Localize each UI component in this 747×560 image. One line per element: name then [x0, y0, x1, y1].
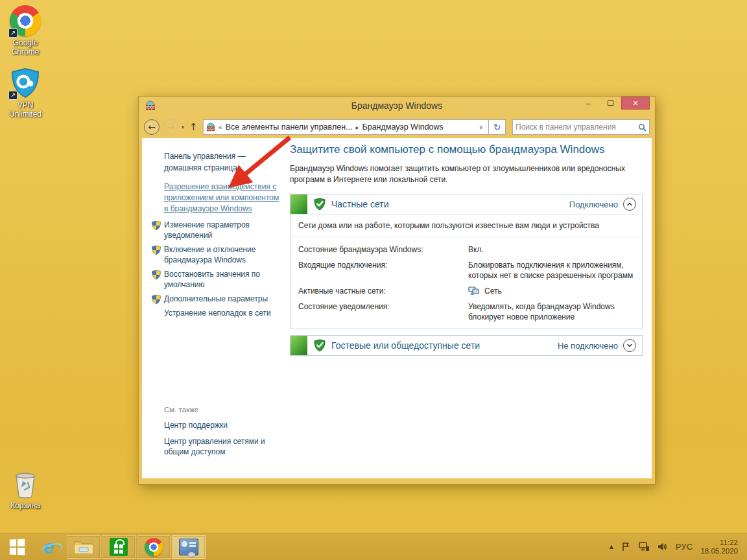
sidebar-item-turn-on-off: Включение и отключение брандмауэра Windo… — [164, 244, 279, 265]
sidebar-item-advanced-settings: Дополнительные параметры — [164, 294, 279, 304]
desktop-icon-label: Google Chrome — [0, 38, 51, 56]
sidebar-item-label[interactable]: Устранение неполадок в сети — [164, 309, 271, 318]
page-title: Защитите свой компьютер с помощью брандм… — [290, 143, 643, 156]
see-also-section: См. также Центр поддержки Центр управлен… — [164, 406, 277, 463]
collapse-button[interactable] — [623, 198, 636, 211]
detail-value: Сеть — [484, 286, 502, 296]
breadcrumb-all-items[interactable]: Все элементы панели управлен... — [226, 122, 353, 132]
sidebar-home-link[interactable]: Панель управления — домашняя страница — [164, 150, 279, 174]
desktop-icon-recycle-bin[interactable]: Корзина — [0, 471, 51, 510]
network-tray-icon[interactable] — [639, 542, 650, 552]
guest-networks-header[interactable]: Гостевые или общедоступные сети Не подкл… — [290, 336, 642, 355]
taskbar: e ▲ — [0, 533, 747, 560]
private-networks-status: Подключено — [569, 200, 618, 209]
detail-row-active-networks: Активные частные сети: Сеть — [290, 282, 642, 298]
start-button[interactable] — [3, 533, 31, 560]
action-center-flag-icon[interactable] — [621, 542, 631, 552]
detail-row-notification-state: Состояние уведомления: Уведомлять, когда… — [290, 298, 642, 323]
navigation-bar: ← → ▾ ↑ « Все элементы панели управлен..… — [139, 116, 655, 138]
private-networks-details: Состояние брандмауэра Windows: Вкл. Вход… — [290, 237, 642, 329]
address-dropdown-icon[interactable]: ∨ — [476, 124, 486, 130]
close-button[interactable]: × — [621, 97, 650, 110]
desktop-icon-vpn-unlimited[interactable]: ↗ VPN Unlimited — [0, 67, 51, 119]
back-button[interactable]: ← — [144, 119, 160, 135]
recent-pages-dropdown-icon[interactable]: ▾ — [182, 124, 184, 130]
green-shield-check-icon — [313, 339, 326, 352]
taskbar-control-panel-button[interactable] — [172, 535, 206, 559]
up-button[interactable]: ↑ — [187, 121, 200, 133]
desktop-icon-google-chrome[interactable]: ↗ Google Chrome — [0, 5, 51, 56]
sidebar-item-change-notifications: Изменение параметров уведомлений — [164, 220, 279, 240]
detail-label: Входящие подключения: — [298, 260, 468, 281]
uac-shield-icon — [151, 220, 161, 233]
sidebar-item-label[interactable]: Изменение параметров уведомлений — [164, 220, 250, 240]
windows-store-icon — [110, 538, 128, 556]
status-green-bar — [290, 194, 307, 214]
detail-value: Вкл. — [468, 244, 634, 255]
private-networks-panel: Частные сети Подключено Сети дома или на… — [290, 194, 643, 329]
firewall-address-icon — [206, 122, 215, 132]
detail-label: Активные частные сети: — [298, 286, 468, 296]
breadcrumb-prefix-icon: « — [219, 124, 222, 131]
network-icon — [468, 286, 479, 296]
status-green-bar — [290, 336, 307, 355]
detail-row-firewall-state: Состояние брандмауэра Windows: Вкл. — [290, 240, 642, 256]
sidebar-item-restore-defaults: Восстановить значения по умолчанию — [164, 269, 279, 290]
main-pane: Защитите свой компьютер с помощью брандм… — [282, 138, 652, 478]
taskbar-file-explorer-button[interactable] — [67, 535, 101, 559]
title-bar: Брандмауэр Windows – × — [139, 97, 655, 116]
private-networks-header[interactable]: Частные сети Подключено — [290, 194, 642, 214]
uac-shield-icon — [151, 270, 161, 283]
sidebar-item-label[interactable]: Дополнительные параметры — [164, 294, 268, 303]
search-icon — [638, 123, 646, 132]
desktop-icon-label: VPN Unlimited — [0, 100, 51, 119]
green-shield-check-icon — [313, 198, 326, 211]
detail-value: Блокировать подключения к приложениям, к… — [468, 260, 634, 281]
detail-label: Состояние уведомления: — [298, 301, 468, 322]
sidebar-item-label[interactable]: Восстановить значения по умолчанию — [164, 270, 260, 289]
private-networks-subtitle: Сети дома или на работе, которыми пользу… — [290, 214, 642, 237]
desktop-icon-label: Корзина — [0, 501, 51, 510]
breadcrumb-current[interactable]: Брандмауэр Windows — [362, 122, 444, 132]
sidebar: Панель управления — домашняя страница Ра… — [142, 138, 282, 478]
see-also-network-center-link[interactable]: Центр управления сетями и общим доступом — [164, 436, 277, 457]
private-networks-title[interactable]: Частные сети — [331, 199, 389, 209]
taskbar-store-button[interactable] — [102, 535, 136, 559]
guest-networks-status: Не подключено — [558, 341, 618, 351]
taskbar-internet-explorer-button[interactable]: e — [32, 535, 65, 559]
forward-button[interactable]: → — [163, 119, 178, 135]
tray-expand-icon[interactable]: ▲ — [610, 544, 613, 550]
minimize-button[interactable]: – — [577, 97, 599, 110]
windows-logo-icon — [10, 539, 25, 555]
search-box[interactable] — [512, 119, 650, 135]
page-description: Брандмауэр Windows помогает защитить ком… — [290, 163, 643, 185]
taskbar-chrome-button[interactable] — [137, 535, 171, 559]
sidebar-item-label[interactable]: Включение и отключение брандмауэра Windo… — [164, 245, 255, 264]
guest-networks-panel: Гостевые или общедоступные сети Не подкл… — [290, 335, 643, 356]
see-also-action-center-link[interactable]: Центр поддержки — [164, 420, 277, 430]
maximize-button[interactable] — [599, 97, 621, 110]
detail-label: Состояние брандмауэра Windows: — [298, 244, 468, 255]
language-indicator[interactable]: РУС — [676, 542, 693, 552]
clock-time: 11:22 — [700, 539, 738, 547]
search-input[interactable] — [516, 122, 638, 132]
chevron-down-icon — [626, 342, 633, 349]
see-also-header: См. также — [164, 406, 277, 414]
clock[interactable]: 11:22 18.05.2020 — [700, 539, 738, 555]
guest-networks-title[interactable]: Гостевые или общедоступные сети — [331, 340, 480, 351]
expand-button[interactable] — [623, 339, 636, 352]
chevron-up-icon — [626, 201, 633, 207]
internet-explorer-icon: e — [43, 538, 54, 556]
recycle-bin-icon — [12, 471, 38, 499]
refresh-button[interactable]: ↻ — [489, 119, 506, 135]
system-tray: ▲ РУС 11:22 — [610, 539, 744, 555]
sidebar-allow-app-link[interactable]: Разрешение взаимодействия с приложением … — [164, 181, 279, 215]
firewall-window: Брандмауэр Windows – × ← → ▾ ↑ « Все эле… — [138, 96, 656, 485]
address-bar[interactable]: « Все элементы панели управлен... ▸ Бран… — [203, 119, 489, 135]
sidebar-item-troubleshoot: Устранение неполадок в сети — [164, 308, 279, 318]
shortcut-arrow-icon: ↗ — [8, 29, 18, 38]
control-panel-icon — [179, 539, 198, 555]
breadcrumb-separator-icon: ▸ — [355, 124, 359, 131]
shortcut-arrow-icon: ↗ — [8, 91, 18, 100]
volume-icon[interactable] — [658, 542, 668, 552]
